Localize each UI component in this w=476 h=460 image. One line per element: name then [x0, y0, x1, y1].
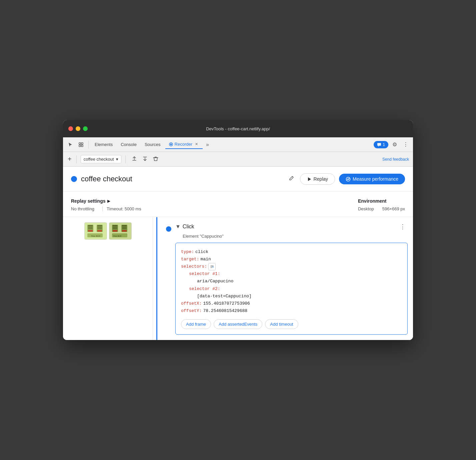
code-offsety-line: offsetY: 78.25460815429688 — [181, 307, 402, 315]
comment-button[interactable]: 1 — [374, 141, 388, 148]
settings-divider — [102, 206, 103, 211]
settings-section: Replay settings ▶ No throttling Timeout:… — [63, 192, 413, 217]
inspect-icon — [78, 142, 84, 147]
desktop-value: Desktop — [358, 206, 374, 211]
toolbar-divider-3 — [125, 155, 126, 163]
add-timeout-button[interactable]: Add timeout — [265, 319, 298, 329]
replay-settings-title[interactable]: Replay settings ▶ — [71, 198, 145, 204]
recording-header: coffee checkout Replay Measure performan… — [63, 167, 413, 192]
maximize-button[interactable] — [83, 126, 88, 131]
svg-marker-6 — [308, 177, 311, 181]
recording-actions — [130, 155, 160, 164]
replay-settings-label: Replay settings — [71, 198, 105, 204]
new-recording-button[interactable]: + — [67, 155, 72, 164]
main-content: coffee checkout Replay Measure performan… — [63, 167, 413, 340]
measure-performance-button[interactable]: Measure performance — [339, 174, 405, 184]
step-type-row: ▼ Click — [175, 224, 194, 230]
svg-rect-1 — [81, 143, 83, 144]
thumbnail-image-2: Price: $6.00 — [109, 223, 131, 239]
code-selector1-line: selector #1: — [181, 270, 402, 278]
thumbnail-image-1: Price: $0.00 — [85, 223, 107, 239]
toolbar-divider-2 — [76, 155, 77, 163]
target-key: target: — [181, 256, 199, 263]
window-title: DevTools - coffee-cart.netlify.app/ — [206, 126, 270, 131]
code-block: type: click target: main selectors: — [175, 243, 408, 335]
cursor-icon-btn[interactable] — [66, 141, 75, 149]
upload-icon — [132, 157, 137, 162]
devtools-toolbar: Elements Console Sources Recorder ✕ » 1 … — [63, 137, 413, 152]
step-content: ▼ Click ⋮ Element "Cappucino" type: clic… — [161, 217, 413, 340]
replay-settings-left: Replay settings ▶ No throttling Timeout:… — [71, 198, 145, 211]
export-button[interactable] — [130, 155, 139, 164]
vertical-dots-icon: ⋮ — [403, 142, 408, 147]
cursor-icon — [68, 142, 73, 147]
svg-rect-28 — [122, 225, 127, 226]
tab-recorder[interactable]: Recorder ✕ — [165, 140, 203, 149]
code-target-line: target: main — [181, 256, 402, 263]
replay-label: Replay — [313, 176, 328, 182]
env-values: Desktop 596×669 px — [358, 206, 405, 211]
replay-button[interactable]: Replay — [300, 173, 335, 185]
step-dot — [166, 226, 171, 232]
svg-rect-23 — [113, 225, 117, 226]
step-type-label: Click — [183, 224, 194, 230]
tab-sources[interactable]: Sources — [141, 141, 164, 148]
type-val: click — [195, 248, 208, 256]
step-row: ▼ Click ⋮ Element "Cappucino" type: clic… — [166, 222, 408, 335]
toolbar-divider-1 — [88, 141, 89, 149]
svg-rect-3 — [81, 145, 83, 147]
steps-area: Price: $0.00 — [63, 217, 413, 340]
thumbnail-1[interactable]: Price: $0.00 — [84, 222, 107, 240]
recording-selector[interactable]: coffee checkout ▾ — [81, 155, 121, 163]
svg-rect-13 — [88, 230, 93, 232]
play-icon — [307, 177, 311, 181]
selector1-val: aria/Cappucino — [197, 278, 233, 285]
svg-rect-31 — [122, 230, 127, 232]
thumbnail-2[interactable]: Price: $6.00 — [109, 222, 132, 240]
recording-name-label: coffee checkout — [84, 157, 114, 162]
no-throttling-value: No throttling — [71, 206, 98, 211]
target-val: main — [201, 256, 211, 263]
settings-button[interactable]: ⚙ — [390, 140, 399, 149]
svg-rect-16 — [97, 227, 102, 228]
selector-icon — [208, 263, 216, 270]
recorder-tab-close[interactable]: ✕ — [194, 141, 199, 147]
screenshot-thumbnails: Price: $0.00 — [84, 222, 132, 240]
edit-title-button[interactable] — [287, 174, 296, 184]
svg-rect-34 — [212, 266, 214, 268]
tab-console[interactable]: Console — [117, 141, 140, 148]
performance-icon — [346, 177, 351, 182]
pencil-icon — [289, 176, 294, 181]
close-button[interactable] — [68, 126, 73, 131]
recording-toolbar: + coffee checkout ▾ — [63, 152, 413, 167]
more-options-button[interactable]: ⋮ — [401, 140, 410, 149]
measure-performance-label: Measure performance — [353, 176, 398, 182]
svg-rect-26 — [113, 230, 117, 232]
action-buttons: Add frame Add assertedEvents Add timeout — [181, 319, 402, 329]
minimize-button[interactable] — [76, 126, 80, 131]
download-icon — [142, 157, 148, 162]
import-button[interactable] — [140, 155, 150, 164]
code-selector2-val-line: [data-test=Cappucino] — [181, 293, 402, 300]
tab-elements[interactable]: Elements — [91, 141, 116, 148]
step-header: ▼ Click ⋮ — [175, 222, 408, 231]
inspect-icon-btn[interactable] — [76, 141, 86, 149]
offsety-val: 78.25460815429688 — [203, 307, 247, 315]
gear-icon: ⚙ — [392, 142, 397, 147]
recorder-tab-label: Recorder — [175, 142, 192, 147]
step-more-button[interactable]: ⋮ — [398, 222, 408, 231]
environment-settings-right: Environment Desktop 596×669 px — [358, 198, 405, 211]
dropdown-chevron-icon: ▾ — [116, 157, 118, 162]
environment-title: Environment — [358, 198, 405, 204]
add-asserted-events-button[interactable]: Add assertedEvents — [214, 319, 262, 329]
settings-values: No throttling Timeout: 5000 ms — [71, 206, 145, 211]
selector2-key: selector #2: — [189, 285, 220, 293]
more-tabs-btn[interactable]: » — [204, 141, 211, 148]
svg-text:Price: $6.00: Price: $6.00 — [113, 235, 122, 237]
send-feedback-link[interactable]: Send feedback — [382, 157, 409, 162]
environment-label: Environment — [358, 198, 387, 204]
steps-sidebar: Price: $0.00 — [63, 217, 153, 340]
step-collapse-icon[interactable]: ▼ — [175, 224, 181, 230]
add-frame-button[interactable]: Add frame — [181, 319, 211, 329]
delete-button[interactable] — [151, 155, 160, 164]
